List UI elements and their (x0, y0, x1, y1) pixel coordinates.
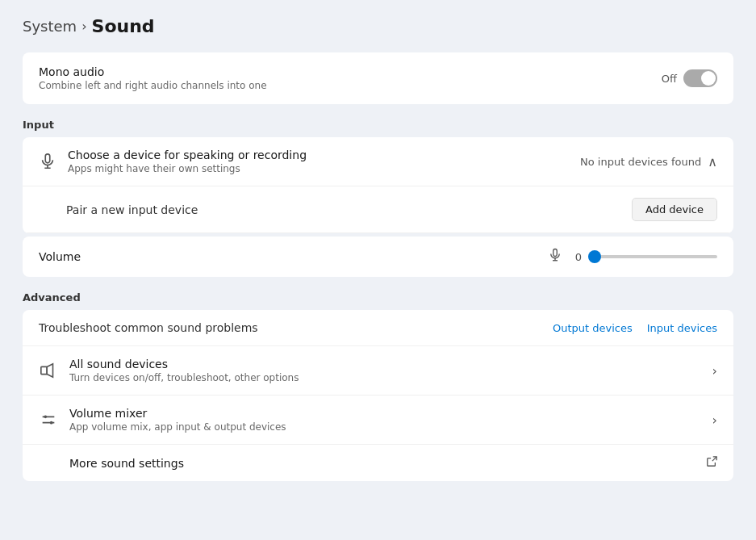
mono-audio-toggle[interactable] (683, 69, 717, 87)
output-devices-link[interactable]: Output devices (553, 322, 633, 334)
mono-audio-subtitle: Combine left and right audio channels in… (39, 80, 267, 91)
svg-point-11 (50, 421, 53, 425)
volume-controls: 0 (548, 248, 717, 266)
more-sound-settings-row[interactable]: More sound settings (23, 445, 733, 481)
mono-audio-toggle-row: Off (662, 69, 717, 87)
mono-audio-card: Mono audio Combine left and right audio … (23, 52, 733, 104)
advanced-section-header: Advanced (23, 291, 733, 303)
device-status-area: No input devices found ∧ (580, 154, 717, 170)
add-device-button[interactable]: Add device (632, 198, 717, 221)
mixer-icon (39, 411, 58, 429)
svg-point-9 (44, 416, 48, 419)
volume-slider[interactable] (588, 255, 717, 258)
breadcrumb-system[interactable]: System (23, 18, 77, 35)
no-devices-text: No input devices found (580, 156, 701, 168)
breadcrumb-chevron-icon: › (81, 19, 86, 34)
mono-audio-toggle-label: Off (662, 73, 677, 85)
input-section: Input Choose a device for speaking or re… (23, 119, 733, 277)
mono-audio-text: Mono audio Combine left and right audio … (39, 65, 267, 91)
troubleshoot-row: Troubleshoot common sound problems Outpu… (23, 310, 733, 346)
device-title: Choose a device for speaking or recordin… (68, 149, 580, 161)
more-sound-title: More sound settings (69, 457, 706, 470)
svg-rect-3 (553, 249, 558, 257)
breadcrumb: System › Sound (23, 16, 733, 36)
input-card-group: Choose a device for speaking or recordin… (23, 137, 733, 233)
all-devices-chevron-icon: › (712, 363, 717, 379)
page-title: Sound (92, 16, 155, 36)
advanced-section: Advanced Troubleshoot common sound probl… (23, 291, 733, 481)
more-sound-text: More sound settings (69, 457, 706, 470)
microphone-icon (39, 153, 56, 170)
pair-label: Pair a new input device (39, 203, 198, 216)
settings-page: System › Sound Mono audio Combine left a… (0, 0, 756, 504)
svg-marker-7 (47, 364, 52, 378)
all-devices-text: All sound devices Turn devices on/off, t… (69, 358, 712, 383)
volume-label: Volume (39, 250, 548, 263)
choose-device-row[interactable]: Choose a device for speaking or recordin… (23, 137, 733, 186)
all-devices-subtitle: Turn devices on/off, troubleshoot, other… (69, 372, 712, 383)
input-devices-link[interactable]: Input devices (647, 322, 717, 334)
volume-mixer-text: Volume mixer App volume mix, app input &… (69, 407, 712, 433)
speaker-icon (39, 362, 58, 379)
device-text: Choose a device for speaking or recordin… (68, 149, 580, 174)
all-sound-devices-row[interactable]: All sound devices Turn devices on/off, t… (23, 346, 733, 396)
volume-mixer-chevron-icon: › (712, 412, 717, 428)
advanced-card-group: Troubleshoot common sound problems Outpu… (23, 310, 733, 481)
mono-audio-title: Mono audio (39, 65, 267, 78)
chevron-up-icon: ∧ (708, 154, 717, 170)
svg-rect-6 (41, 366, 47, 374)
volume-value: 0 (569, 251, 582, 263)
volume-mixer-title: Volume mixer (69, 407, 712, 420)
device-subtitle: Apps might have their own settings (68, 163, 580, 174)
all-devices-title: All sound devices (69, 358, 712, 370)
troubleshoot-label: Troubleshoot common sound problems (39, 321, 258, 334)
external-link-icon (706, 456, 717, 470)
volume-mixer-row[interactable]: Volume mixer App volume mix, app input &… (23, 396, 733, 445)
volume-mic-icon (548, 248, 562, 266)
svg-line-12 (712, 457, 716, 461)
input-section-header: Input (23, 119, 733, 131)
pair-device-row: Pair a new input device Add device (23, 186, 733, 233)
svg-rect-0 (45, 154, 50, 163)
volume-mixer-subtitle: App volume mix, app input & output devic… (69, 421, 712, 433)
troubleshoot-links: Output devices Input devices (553, 322, 717, 334)
volume-card: Volume 0 (23, 237, 733, 277)
